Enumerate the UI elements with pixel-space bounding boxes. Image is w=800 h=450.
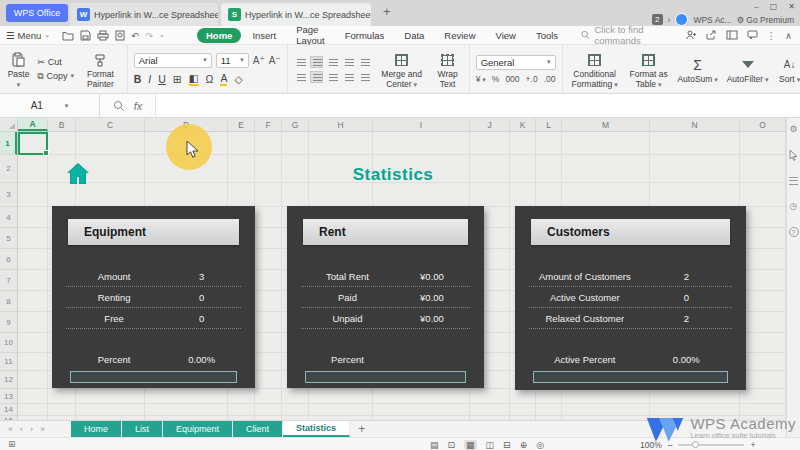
settings-gear-icon[interactable]: ⚙ (789, 124, 797, 134)
row-header-2[interactable]: 2 (0, 155, 17, 183)
status-left-icon[interactable]: ⊞ (8, 439, 16, 449)
ribbon-tab-tools[interactable]: Tools (527, 28, 567, 43)
column-header-C[interactable]: C (76, 118, 145, 131)
next-sheet-icon[interactable]: › (30, 424, 33, 434)
zoom-level[interactable]: 100% (640, 440, 662, 450)
grid-view-icon[interactable]: ▦ (464, 440, 477, 450)
align-left-icon[interactable] (294, 71, 307, 83)
insert-function-magnifier-icon[interactable] (113, 100, 124, 111)
font-color-button[interactable]: A (220, 72, 227, 86)
highlight-button[interactable]: Ω (206, 73, 214, 85)
increase-decimal-button[interactable]: +.0 (526, 74, 538, 84)
cut-button[interactable]: ✂Cut (37, 57, 74, 67)
select-all-corner[interactable] (0, 118, 18, 131)
decrease-decimal-button[interactable]: .00 (544, 74, 556, 84)
history-clock-icon[interactable]: ◷ (790, 201, 798, 211)
ribbon-tab-home[interactable]: Home (197, 28, 241, 43)
minimize-button[interactable]: – (754, 2, 758, 11)
row-header-5[interactable]: 5 (0, 228, 17, 249)
increase-indent-icon[interactable] (358, 56, 371, 68)
eye-protect-icon[interactable]: ◎ (536, 440, 544, 450)
copy-button[interactable]: ⧉Copy (37, 71, 74, 82)
row-header-11[interactable]: 11 (0, 353, 17, 371)
new-tab-button[interactable]: + (383, 5, 391, 18)
column-header-G[interactable]: G (282, 118, 309, 131)
formula-input[interactable] (156, 94, 800, 117)
ribbon-tab-data[interactable]: Data (395, 28, 433, 43)
zoom-slider[interactable] (678, 444, 744, 446)
print-preview-icon[interactable] (115, 30, 125, 41)
sheet-tab-home[interactable]: Home (71, 421, 122, 437)
font-size-select[interactable]: 11▾ (216, 53, 249, 68)
shading-button[interactable]: ◇ (234, 73, 242, 85)
collapse-ribbon-icon[interactable]: ∧ (785, 30, 792, 41)
ribbon-tab-formulas[interactable]: Formulas (336, 28, 394, 43)
go-premium-button[interactable]: ⚙ Go Premium (737, 15, 794, 25)
split-view-icon[interactable]: ⊟ (503, 440, 511, 450)
zoom-out-button[interactable]: – (668, 440, 673, 450)
italic-button[interactable]: I (148, 73, 151, 85)
sheet-tab-client[interactable]: Client (233, 421, 283, 437)
row-header-12[interactable]: 12 (0, 371, 17, 389)
increase-font-icon[interactable]: A⁺ (253, 55, 265, 66)
format-as-table-button[interactable]: Format as Table (628, 49, 670, 90)
sheet-tab-equipment[interactable]: Equipment (163, 421, 233, 437)
merge-center-button[interactable]: Merge and Center (377, 49, 427, 90)
print-icon[interactable] (97, 30, 109, 41)
sheet-canvas[interactable]: 123456789101112131415 Statistics Equipme… (0, 132, 786, 420)
menu-button[interactable]: ☰ Menu ⌄ (0, 30, 56, 41)
ribbon-tab-view[interactable]: View (487, 28, 525, 43)
command-search[interactable]: Click to find commands (581, 24, 685, 46)
bold-button[interactable]: B (134, 73, 142, 85)
row-header-9[interactable]: 9 (0, 312, 17, 333)
sheet-tab-statistics[interactable]: Statistics (283, 421, 350, 437)
row-header-4[interactable]: 4 (0, 207, 17, 228)
undo-icon[interactable]: ↶ (131, 30, 139, 41)
add-sheet-button[interactable]: + (350, 421, 373, 437)
fullscreen-view-icon[interactable]: ⊡ (448, 440, 456, 450)
ribbon-tab-review[interactable]: Review (435, 28, 484, 43)
help-icon[interactable]: ? (789, 227, 799, 237)
decrease-font-icon[interactable]: A⁻ (269, 55, 281, 66)
column-header-O[interactable]: O (740, 118, 786, 131)
autofilter-button[interactable]: AutoFilter (726, 54, 770, 85)
percent-format-button[interactable]: % (492, 74, 500, 84)
column-header-J[interactable]: J (470, 118, 510, 131)
paste-button[interactable]: Paste (6, 49, 31, 90)
comma-format-button[interactable]: 000 (505, 74, 519, 84)
borders-button[interactable]: ⊞ (173, 73, 182, 85)
decrease-indent-icon[interactable] (342, 56, 355, 68)
column-header-E[interactable]: E (228, 118, 255, 131)
prev-sheet-icon[interactable]: ‹ (20, 424, 23, 434)
maximize-button[interactable]: ▢ (770, 2, 778, 11)
switch-view-icon[interactable] (726, 30, 738, 40)
stats-panel-rent[interactable]: Rent Total Rent¥0.00 Paid¥0.00 Unpaid¥0.… (287, 206, 484, 388)
sheet-tab-list[interactable]: List (122, 421, 163, 437)
column-header-A[interactable]: A (18, 118, 48, 131)
row-header-10[interactable]: 10 (0, 333, 17, 353)
row-header-15[interactable]: 15 (0, 416, 17, 420)
redo-icon[interactable]: ↷ (145, 30, 153, 41)
close-button[interactable]: ✕ (788, 2, 795, 11)
ribbon-tab-insert[interactable]: Insert (243, 28, 285, 43)
zoom-slider-knob[interactable] (692, 441, 699, 448)
cursor-tool-icon[interactable] (789, 150, 798, 161)
account-label[interactable]: WPS Ac... (693, 15, 731, 25)
stats-panel-equipment[interactable]: Equipment Amount3 Renting0 Free0 Percent… (52, 206, 255, 388)
zoom-in-button[interactable]: + (750, 440, 755, 450)
more-options-icon[interactable]: ⋮ (767, 30, 777, 41)
share-icon[interactable] (706, 30, 717, 40)
column-header-F[interactable]: F (255, 118, 282, 131)
add-user-icon[interactable] (686, 30, 697, 40)
last-sheet-icon[interactable]: » (40, 424, 45, 434)
zoom-target-icon[interactable]: ⊕ (520, 440, 528, 450)
align-top-icon[interactable] (294, 56, 307, 68)
first-sheet-icon[interactable]: « (8, 424, 13, 434)
align-center-icon[interactable] (310, 71, 323, 83)
column-header-B[interactable]: B (48, 118, 76, 131)
font-name-select[interactable]: Arial▾ (134, 53, 212, 68)
column-header-H[interactable]: H (309, 118, 373, 131)
open-folder-icon[interactable] (62, 30, 74, 41)
column-header-K[interactable]: K (510, 118, 536, 131)
sort-button[interactable]: A↓ Sort (777, 54, 800, 85)
